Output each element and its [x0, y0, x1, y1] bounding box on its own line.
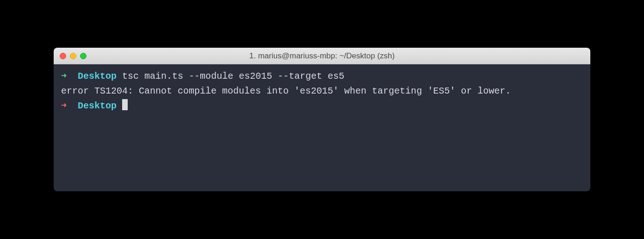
minimize-window-button[interactable]	[70, 53, 76, 59]
cursor-icon	[122, 99, 128, 110]
prompt-cwd: Desktop	[78, 71, 117, 82]
window-title: 1. marius@mariuss-mbp: ~/Desktop (zsh)	[54, 51, 590, 61]
close-window-button[interactable]	[60, 53, 66, 59]
command-text: tsc main.ts --module es2015 --target es5	[122, 71, 344, 82]
traffic-lights	[54, 53, 87, 59]
prompt-arrow-icon: ➜	[61, 101, 67, 111]
terminal-body[interactable]: ➜ Desktop tsc main.ts --module es2015 --…	[54, 64, 590, 191]
terminal-line: ➜ Desktop	[61, 99, 583, 113]
terminal-window: 1. marius@mariuss-mbp: ~/Desktop (zsh) ➜…	[54, 48, 590, 191]
terminal-line: ➜ Desktop tsc main.ts --module es2015 --…	[61, 69, 583, 84]
prompt-cwd: Desktop	[78, 101, 117, 111]
error-output: error TS1204: Cannot compile modules int…	[61, 86, 511, 96]
terminal-line: error TS1204: Cannot compile modules int…	[61, 84, 583, 99]
prompt-arrow-icon: ➜	[61, 71, 67, 82]
window-titlebar[interactable]: 1. marius@mariuss-mbp: ~/Desktop (zsh)	[54, 48, 590, 64]
maximize-window-button[interactable]	[80, 53, 87, 59]
